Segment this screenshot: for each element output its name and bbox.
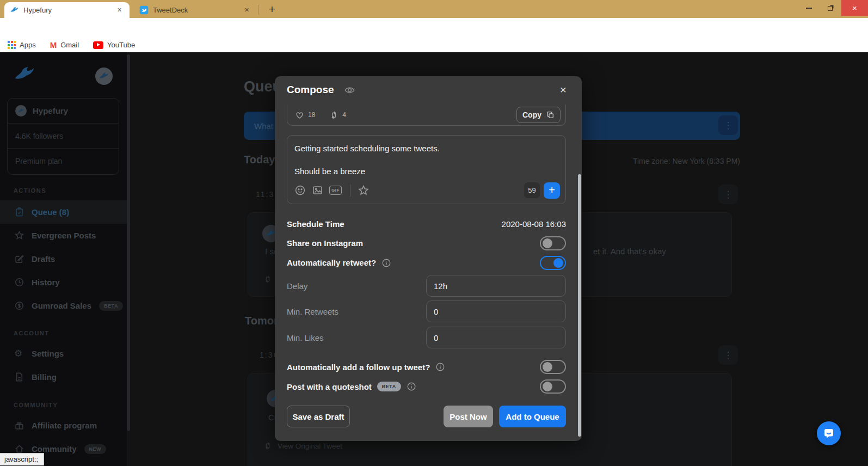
sidebar-item-history[interactable]: History: [0, 271, 127, 294]
sidebar-item-drafts[interactable]: Drafts: [0, 247, 127, 271]
char-counter: 59: [524, 182, 540, 198]
favorite-star-icon[interactable]: [358, 185, 370, 197]
bookmarks-bar: Apps M Gmail YouTube: [0, 38, 868, 52]
tweet-editor[interactable]: Getting started scheduling some tweets. …: [287, 135, 566, 204]
window-close-button[interactable]: ×: [841, 0, 868, 16]
chat-widget-button[interactable]: [817, 421, 841, 445]
save-draft-button[interactable]: Save as Draft: [287, 406, 350, 427]
bookmark-label: Gmail: [60, 41, 79, 49]
min-likes-label: Min. Likes: [287, 333, 324, 342]
gmail-icon: M: [50, 40, 57, 50]
new-tab-button[interactable]: +: [264, 2, 280, 17]
sidebar-section-actions: ACTIONS: [14, 187, 46, 194]
follow-up-row: Automatically add a follow up tweet?: [287, 359, 566, 375]
info-icon[interactable]: [407, 382, 416, 391]
copy-button[interactable]: Copy: [516, 107, 561, 123]
account-avatar[interactable]: [95, 68, 113, 85]
min-retweets-input[interactable]: [426, 301, 566, 322]
slot-menu-button: ⋮: [718, 185, 738, 204]
modal-title: Compose: [287, 84, 334, 96]
tab-tweetdeck[interactable]: TweetDeck ×: [134, 2, 257, 18]
emoji-icon[interactable]: [294, 185, 306, 196]
tab-hypefury[interactable]: Hypefury ×: [4, 2, 130, 18]
account-name-row[interactable]: Hypefury: [8, 99, 119, 124]
retweet-icon: [329, 111, 338, 120]
bookmark-youtube[interactable]: YouTube: [93, 41, 135, 49]
toolbar-divider: [350, 185, 350, 197]
browser-status-tooltip: javascript:;: [0, 453, 44, 465]
gift-icon: [14, 420, 24, 431]
youtube-icon: [93, 41, 103, 49]
info-icon[interactable]: [381, 258, 391, 268]
modal-actions: Save as Draft Post Now Add to Queue: [287, 406, 566, 427]
delay-input[interactable]: [426, 275, 566, 297]
sidebar-item-label: Community: [32, 444, 77, 453]
sidebar: Hypefury 4.6K followers Premium plan ACT…: [0, 52, 127, 466]
likes-stat: 18: [295, 111, 315, 120]
auto-retweet-label: Automatically retweet?: [287, 258, 376, 267]
add-to-queue-button[interactable]: Add to Queue: [499, 406, 566, 427]
add-tweet-button[interactable]: +: [544, 182, 560, 199]
tab-separator: [258, 5, 258, 15]
slot-time: 11:3: [256, 190, 274, 199]
sidebar-item-label: Settings: [32, 349, 64, 358]
sidebar-item-evergreen[interactable]: Evergreen Posts: [0, 224, 127, 247]
chat-bubble-icon: [822, 427, 835, 440]
sidebar-item-gumroad[interactable]: Gumroad Sales BETA: [0, 294, 127, 317]
sidebar-item-label: Evergreen Posts: [32, 231, 96, 240]
share-instagram-toggle[interactable]: [540, 236, 566, 250]
sidebar-item-label: Affiliate program: [32, 421, 97, 430]
auto-retweet-toggle[interactable]: [540, 256, 566, 270]
app-content: Hypefury 4.6K followers Premium plan ACT…: [0, 52, 868, 466]
modal-close-icon[interactable]: ×: [560, 83, 567, 96]
retweet-icon: [263, 442, 272, 450]
tweet-editor-line: Should be a breeze: [294, 166, 560, 176]
account-card: Hypefury 4.6K followers Premium plan: [7, 98, 119, 175]
schedule-time-value[interactable]: 2020-08-08 16:03: [502, 219, 566, 229]
copy-icon: [546, 111, 555, 119]
modal-scrollbar[interactable]: [578, 174, 581, 437]
sidebar-item-label: Billing: [32, 372, 57, 382]
preview-eye-icon[interactable]: [344, 84, 355, 96]
quoteshot-toggle[interactable]: [540, 379, 566, 394]
follow-up-label: Automatically add a follow up tweet?: [287, 363, 430, 372]
tab-close-icon[interactable]: ×: [115, 5, 124, 15]
account-plan: Premium plan: [8, 149, 119, 174]
window-minimize-button[interactable]: [798, 0, 820, 16]
sidebar-section-community: COMMUNITY: [14, 402, 58, 408]
sidebar-item-queue[interactable]: Queue (8): [0, 200, 127, 224]
sidebar-item-label: Queue (8): [32, 207, 69, 217]
bookmark-label: YouTube: [107, 41, 135, 49]
composer-placeholder: What: [254, 121, 273, 131]
bookmark-apps[interactable]: Apps: [8, 41, 36, 49]
image-icon[interactable]: [312, 185, 323, 196]
info-icon[interactable]: [435, 362, 445, 372]
document-icon: [14, 372, 24, 382]
gif-icon[interactable]: GIF: [329, 186, 342, 195]
compose-modal: Compose × 18 4 Copy Getting started sche…: [275, 76, 582, 441]
tweet-editor-line: Getting started scheduling some tweets.: [294, 143, 560, 154]
pencil-square-icon: [14, 254, 24, 264]
quoteshot-label: Post with a quoteshot: [287, 382, 372, 391]
tab-title: TweetDeck: [153, 6, 238, 14]
beta-badge: BETA: [99, 301, 123, 311]
min-likes-input[interactable]: [426, 327, 566, 348]
account-mini-avatar: [15, 105, 27, 116]
sidebar-item-billing[interactable]: Billing: [0, 365, 127, 389]
sidebar-item-affiliate[interactable]: Affiliate program: [0, 414, 127, 437]
browser-titlebar: Hypefury × TweetDeck × + ×: [0, 0, 868, 18]
tab-title: Hypefury: [23, 6, 110, 14]
follow-up-toggle[interactable]: [540, 360, 566, 374]
auto-retweet-row: Automatically retweet?: [287, 255, 566, 270]
post-now-button[interactable]: Post Now: [444, 406, 493, 427]
composer-menu-button: ⋮: [718, 115, 738, 135]
account-followers: 4.6K followers: [8, 124, 119, 149]
slot-menu-button: ⋮: [718, 345, 738, 365]
browser-toolbar: ← → ↻ app.hypefury.com/queue ☆ … 1 N ⋮: [0, 18, 868, 38]
window-restore-button[interactable]: [820, 0, 841, 16]
tweet-preview-footer: 18 4 Copy: [287, 105, 566, 126]
sidebar-item-settings[interactable]: ⚙ Settings: [0, 342, 127, 365]
quoteshot-row: Post with a quoteshot BETA: [287, 379, 566, 394]
bookmark-gmail[interactable]: M Gmail: [50, 40, 79, 50]
tab-close-icon[interactable]: ×: [242, 5, 251, 15]
